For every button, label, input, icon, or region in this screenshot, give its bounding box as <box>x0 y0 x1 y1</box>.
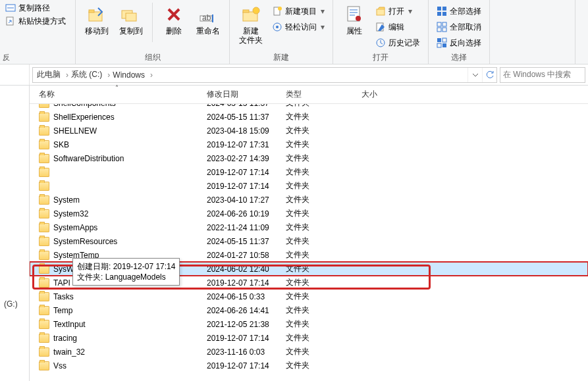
table-row[interactable]: System322024-06-26 10:19文件夹 <box>30 207 588 220</box>
table-row[interactable]: Tasks2024-06-15 0:33文件夹 <box>30 290 588 303</box>
select-all-button[interactable]: 全部选择 <box>434 4 484 18</box>
table-row[interactable]: 2019-12-07 17:14文件夹 <box>30 165 588 179</box>
file-type: 文件夹 <box>286 111 309 122</box>
delete-label: 删除 <box>166 26 182 36</box>
rename-button[interactable]: ab 重命名 <box>192 3 224 36</box>
table-row[interactable]: SKB2019-12-07 17:31文件夹 <box>30 138 588 151</box>
folder-icon <box>39 104 49 108</box>
file-name: Vss <box>53 361 67 370</box>
group-open-label: 打开 <box>373 51 388 64</box>
copy-path-button[interactable]: 复制路径 <box>3 1 72 14</box>
breadcrumb[interactable]: 此电脑› 系统 (C:)› Windows› <box>32 67 497 83</box>
history-button[interactable]: 历史记录 <box>373 36 423 50</box>
svg-point-11 <box>253 7 259 14</box>
copy-to-button[interactable]: 复制到 <box>115 3 147 36</box>
table-row[interactable]: ShellExperiences2024-05-15 11:37文件夹 <box>30 110 588 124</box>
delete-button[interactable]: 删除 <box>158 3 190 36</box>
delete-icon <box>163 4 184 25</box>
file-date: 2023-04-10 17:27 <box>207 195 269 205</box>
side-drive-label[interactable]: (G:) <box>4 299 18 309</box>
table-row[interactable]: SystemResources2024-05-15 11:37文件夹 <box>30 234 588 248</box>
group-organize-label: 组织 <box>145 51 161 64</box>
table-row[interactable]: Temp2024-06-26 14:41文件夹 <box>30 303 588 317</box>
folder-icon <box>39 223 49 232</box>
breadcrumb-drive[interactable]: 系统 (C:)› <box>71 69 113 80</box>
table-row[interactable]: SystemApps2022-11-24 11:09文件夹 <box>30 220 588 234</box>
file-type: 文件夹 <box>286 125 309 136</box>
folder-icon <box>39 251 49 260</box>
breadcrumb-folder[interactable]: Windows› <box>113 70 155 80</box>
table-row[interactable]: Vss2019-12-07 17:14文件夹 <box>30 359 588 372</box>
svg-rect-25 <box>437 22 441 26</box>
file-date: 2024-06-26 10:19 <box>207 209 269 218</box>
invert-selection-button[interactable]: 反向选择 <box>434 36 484 50</box>
file-type: 文件夹 <box>286 139 309 150</box>
file-date: 2023-04-18 15:09 <box>207 126 269 136</box>
file-name: SKB <box>53 140 69 149</box>
file-date: 2024-05-15 11:37 <box>207 113 269 122</box>
open-icon <box>375 6 386 16</box>
table-row[interactable]: SoftwareDistribution2023-02-27 14:39文件夹 <box>30 151 588 165</box>
refresh-button[interactable] <box>482 68 496 82</box>
folder-icon <box>39 237 49 246</box>
folder-icon <box>39 265 49 274</box>
folder-icon <box>39 334 49 343</box>
file-date: 2019-12-07 17:14 <box>207 168 269 177</box>
chevron-right-icon[interactable]: › <box>147 70 155 80</box>
move-to-button[interactable]: 移动到 <box>81 3 113 36</box>
table-row[interactable]: TextInput2021-12-05 21:38文件夹 <box>30 317 588 331</box>
svg-rect-30 <box>442 38 446 42</box>
column-date[interactable]: 修改日期 <box>207 86 286 103</box>
search-input[interactable]: 在 Windows 中搜索 <box>500 67 585 83</box>
file-name: SystemResources <box>53 237 117 246</box>
file-type: 文件夹 <box>286 222 309 233</box>
column-size[interactable]: 大小 <box>361 86 414 103</box>
path-icon <box>5 3 16 13</box>
open-button[interactable]: 打开▾ <box>373 4 423 18</box>
ribbon-group-open: 属性 打开▾ 编辑 历史记录 打开 <box>333 0 429 64</box>
table-row[interactable]: 2019-12-07 17:14文件夹 <box>30 179 588 193</box>
svg-rect-21 <box>437 7 441 11</box>
file-type: 文件夹 <box>286 153 309 164</box>
easy-access-button[interactable]: 轻松访问▾ <box>269 20 327 34</box>
main-area: (G:) ˄ 名称 修改日期 类型 大小 ShellComponents2024… <box>0 86 588 381</box>
file-name: tracing <box>53 334 77 343</box>
invert-icon <box>437 38 447 48</box>
file-date: 2019-12-07 17:14 <box>207 278 269 288</box>
chevron-right-icon[interactable]: › <box>63 70 71 80</box>
chevron-right-icon[interactable]: › <box>105 70 113 80</box>
move-to-icon <box>86 4 107 25</box>
new-folder-label: 新建 文件夹 <box>239 26 263 45</box>
table-row[interactable]: tracing2019-12-07 17:14文件夹 <box>30 331 588 345</box>
easy-access-label: 轻松访问 <box>285 22 317 33</box>
svg-rect-23 <box>437 12 441 16</box>
table-row[interactable]: twain_322023-11-16 0:03文件夹 <box>30 345 588 359</box>
table-row[interactable]: ShellComponents2024-05-15 11:37文件夹 <box>30 104 588 110</box>
breadcrumb-dropdown[interactable] <box>468 68 482 82</box>
ribbon-collapse[interactable] <box>575 0 588 64</box>
table-row[interactable]: SHELLNEW2023-04-18 15:09文件夹 <box>30 124 588 138</box>
table-row[interactable]: System2023-04-10 17:27文件夹 <box>30 193 588 207</box>
new-folder-button[interactable]: 新建 文件夹 <box>235 3 267 45</box>
search-placeholder: 在 Windows 中搜索 <box>503 69 571 80</box>
folder-icon <box>39 278 49 288</box>
column-name[interactable]: 名称 <box>39 86 207 103</box>
svg-point-17 <box>356 16 361 21</box>
new-item-button[interactable]: 新建项目▾ <box>269 4 327 18</box>
svg-rect-18 <box>377 9 385 15</box>
svg-rect-1 <box>7 17 13 25</box>
nav-pane[interactable]: (G:) <box>0 86 30 381</box>
file-name: twain_32 <box>53 347 85 357</box>
column-type[interactable]: 类型 <box>286 86 361 103</box>
properties-button[interactable]: 属性 <box>338 3 370 36</box>
select-none-button[interactable]: 全部取消 <box>434 20 484 34</box>
ribbon-group-new: 新建 文件夹 新建项目▾ 轻松访问▾ 新建 <box>230 0 333 64</box>
svg-rect-31 <box>437 43 441 47</box>
breadcrumb-pc[interactable]: 此电脑› <box>37 69 71 80</box>
tooltip-line1: 创建日期: 2019-12-07 17:14 <box>77 261 175 272</box>
new-item-icon <box>272 6 282 16</box>
paste-shortcut-button[interactable]: 粘贴快捷方式 <box>3 14 72 28</box>
file-date: 2024-01-27 10:58 <box>207 251 269 260</box>
edit-button[interactable]: 编辑 <box>373 20 423 34</box>
svg-rect-8 <box>212 14 213 22</box>
